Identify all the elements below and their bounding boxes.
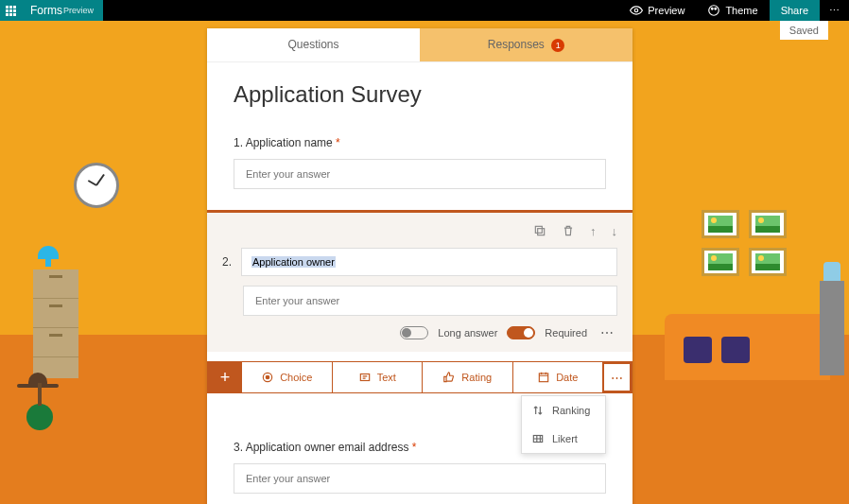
responses-count-badge: 1 [551,39,564,52]
add-text-button[interactable]: Text [333,362,424,392]
tab-questions[interactable]: Questions [207,28,420,61]
ranking-icon [531,404,545,417]
svg-rect-8 [360,374,369,381]
long-answer-toggle[interactable] [400,326,428,339]
move-down-button[interactable]: ↓ [612,224,618,240]
question-2-selected[interactable]: ↑ ↓ 2. Application owner Long answer Req… [207,210,632,352]
svg-rect-9 [539,374,547,382]
question-2-title-input[interactable]: Application owner [241,248,617,276]
svg-point-3 [715,8,717,9]
add-ranking-button[interactable]: Ranking [522,396,605,425]
question-more-button[interactable]: ⋯ [597,325,617,340]
add-choice-button[interactable]: Choice [242,362,333,392]
theme-label: Theme [725,5,757,16]
required-toggle[interactable] [507,326,535,339]
question-toolbar: ↑ ↓ [222,222,617,248]
add-question-bar: + Choice Text Rating Date ⋯ [207,361,632,393]
thumbs-up-icon [442,371,456,384]
app-name-label: Forms [30,4,62,17]
more-button[interactable]: ⋯ [820,0,849,21]
add-question-button[interactable]: + [208,362,242,392]
form-card: Questions Responses 1 Application Survey… [207,28,632,504]
required-label: Required [545,327,587,339]
app-name: FormsPreview [21,0,103,21]
calendar-icon [537,371,550,384]
move-up-button[interactable]: ↑ [590,224,597,240]
tab-responses-label: Responses [488,38,545,51]
more-types-dropdown: Ranking Likert [521,395,606,454]
ranking-label: Ranking [552,405,590,416]
text-icon [358,371,372,384]
svg-rect-4 [538,229,545,235]
question-1-label: 1. Application name * [234,136,606,149]
add-text-label: Text [377,372,396,383]
add-date-label: Date [556,372,578,383]
likert-label: Likert [552,433,578,444]
radio-icon [261,371,274,384]
add-rating-label: Rating [461,372,492,383]
add-rating-button[interactable]: Rating [423,362,513,392]
question-2-input[interactable] [243,286,617,316]
svg-rect-5 [535,226,542,233]
add-likert-button[interactable]: Likert [522,425,605,453]
form-tabs: Questions Responses 1 [207,28,632,62]
eye-icon [630,4,643,17]
question-1[interactable]: 1. Application name * [234,136,606,189]
question-1-input[interactable] [234,159,606,189]
form-title[interactable]: Application Survey [234,81,606,108]
top-bar: FormsPreview Preview Theme Share ⋯ [0,0,849,21]
tab-questions-label: Questions [287,38,338,51]
share-button[interactable]: Share [770,0,820,21]
svg-point-7 [266,375,269,379]
question-3-input[interactable] [234,463,606,494]
add-choice-label: Choice [280,372,312,383]
add-more-types-button[interactable]: ⋯ [603,362,632,392]
tab-responses[interactable]: Responses 1 [420,28,632,61]
svg-point-2 [712,8,714,9]
theme-button[interactable]: Theme [696,0,769,21]
question-2-number: 2. [222,255,232,269]
preview-button[interactable]: Preview [618,0,696,21]
share-label: Share [781,5,808,16]
form-scroll-region[interactable]: Questions Responses 1 Application Survey… [0,21,840,504]
copy-question-button[interactable] [533,224,546,240]
svg-point-1 [709,6,719,16]
app-preview-badge: Preview [63,6,94,15]
delete-question-button[interactable] [562,224,575,240]
add-date-button[interactable]: Date [513,362,604,392]
preview-label: Preview [648,5,684,16]
app-launcher-button[interactable] [0,0,21,21]
svg-point-0 [635,9,639,12]
palette-icon [707,4,720,17]
long-answer-label: Long answer [438,327,497,339]
grid-icon [531,432,545,445]
waffle-icon [6,6,16,16]
ellipsis-icon: ⋯ [829,5,840,17]
